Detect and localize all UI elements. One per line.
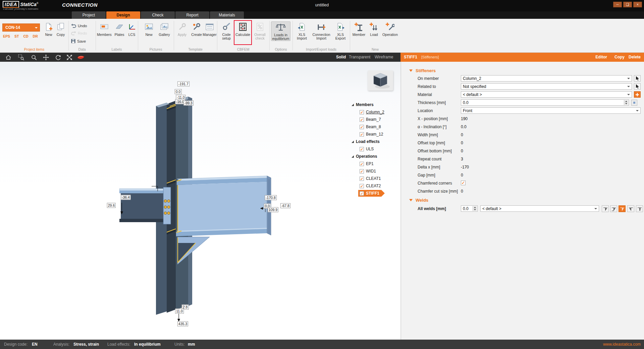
delta-x-input[interactable]: -170 bbox=[461, 165, 469, 169]
gap-input[interactable]: 0 bbox=[461, 173, 463, 178]
weld-type-1-button[interactable] bbox=[602, 205, 609, 212]
website-link[interactable]: www.ideastatica.com bbox=[603, 340, 641, 349]
tree-item-beam-7[interactable]: ✓Beam_7 bbox=[360, 116, 381, 123]
labels-plates-button[interactable]: Plates bbox=[113, 21, 125, 37]
checkbox-checked-icon[interactable]: ✓ bbox=[360, 177, 364, 181]
offset-top-input[interactable]: 0 bbox=[461, 141, 463, 145]
checkbox-checked-icon[interactable]: ✓ bbox=[360, 184, 364, 188]
spinner-buttons[interactable] bbox=[624, 100, 628, 105]
highlight-brush-icon[interactable] bbox=[77, 54, 85, 60]
on-member-dropdown[interactable]: Column_2 bbox=[461, 75, 632, 82]
checkbox-checked-icon[interactable]: ✓ bbox=[360, 191, 364, 196]
material-dropdown[interactable]: < default > bbox=[461, 91, 632, 98]
tree-group-operations[interactable]: Operations bbox=[352, 153, 377, 160]
tab-design[interactable]: Design bbox=[106, 11, 140, 19]
all-welds-input[interactable]: 0.0 bbox=[461, 205, 478, 212]
undo-button[interactable]: Undo bbox=[71, 23, 87, 29]
zoom-window-icon[interactable] bbox=[17, 54, 25, 60]
redo-button[interactable]: Redo bbox=[71, 30, 87, 36]
tab-materials[interactable]: Materials bbox=[210, 11, 244, 19]
type-st-toggle[interactable]: ST bbox=[14, 34, 19, 38]
weld-type-4-button[interactable] bbox=[627, 205, 634, 212]
spinner-buttons[interactable] bbox=[473, 206, 477, 211]
maximize-button[interactable]: ❑ bbox=[623, 2, 632, 7]
delete-operation-button[interactable]: Delete bbox=[629, 55, 641, 59]
weld-type-5-button[interactable] bbox=[636, 205, 643, 212]
new-operation-button[interactable]: Operation bbox=[381, 21, 399, 37]
overall-check-button[interactable]: Overall check bbox=[252, 21, 268, 40]
pan-icon[interactable] bbox=[42, 54, 50, 60]
x-position-input[interactable]: 190 bbox=[461, 116, 468, 121]
zoom-all-icon[interactable] bbox=[66, 54, 73, 60]
chamfer-cut-size-input[interactable]: 0 bbox=[461, 189, 463, 194]
checkbox-checked-icon[interactable]: ✓ bbox=[360, 117, 364, 122]
checkbox-checked-icon[interactable]: ✓ bbox=[360, 110, 364, 114]
project-item-combo[interactable]: CON-14 bbox=[2, 23, 40, 32]
tab-report[interactable]: Report bbox=[175, 11, 209, 19]
new-load-button[interactable]: Load bbox=[368, 21, 380, 37]
minimize-button[interactable]: ─ bbox=[613, 2, 622, 7]
picture-new-button[interactable]: New bbox=[142, 21, 156, 37]
template-create-button[interactable]: Create bbox=[190, 21, 204, 37]
tree-item-beam-8[interactable]: ✓Beam_8 bbox=[360, 123, 381, 130]
weld-type-2-button[interactable] bbox=[610, 205, 617, 212]
tree-group-load-effects[interactable]: Load effects bbox=[352, 138, 380, 145]
related-to-dropdown[interactable]: Not specified bbox=[461, 83, 632, 90]
tree-item-cleat1[interactable]: ✓CLEAT1 bbox=[360, 175, 381, 182]
new-member-button[interactable]: Member bbox=[351, 21, 367, 37]
checkbox-checked-icon[interactable]: ✓ bbox=[360, 147, 364, 151]
width-input[interactable]: 0 bbox=[461, 133, 463, 137]
view-mode-solid[interactable]: Solid bbox=[336, 53, 346, 62]
checkbox-checked-icon[interactable]: ✓ bbox=[360, 169, 364, 173]
type-dr-toggle[interactable]: DR bbox=[33, 34, 38, 38]
picture-gallery-button[interactable]: Gallery bbox=[157, 21, 172, 37]
add-material-button[interactable] bbox=[634, 91, 641, 98]
tree-item-cleat2[interactable]: ✓CLEAT2 bbox=[360, 183, 381, 189]
tab-check[interactable]: Check bbox=[141, 11, 175, 19]
inclination-input[interactable]: 0.0 bbox=[461, 124, 467, 129]
thickness-input[interactable]: 0.0 bbox=[461, 99, 629, 106]
section-stiffeners[interactable]: Stiffeners bbox=[401, 67, 436, 74]
section-welds[interactable]: Welds bbox=[401, 197, 428, 203]
home-view-icon[interactable] bbox=[5, 54, 12, 60]
labels-members-button[interactable]: Members bbox=[97, 21, 112, 37]
new-project-item-button[interactable]: New bbox=[43, 21, 54, 37]
repeat-count-input[interactable]: 3 bbox=[461, 157, 463, 161]
editor-button[interactable]: Editor bbox=[595, 55, 607, 59]
3d-viewport[interactable]: -191.7 0.0 -11.0 -16.0 -99.3 -36.4 29.6 … bbox=[0, 62, 400, 340]
location-dropdown[interactable]: Front bbox=[461, 107, 641, 114]
tab-project[interactable]: Project bbox=[72, 11, 106, 19]
offset-bottom-input[interactable]: 0 bbox=[461, 149, 463, 153]
rotate-view-icon[interactable] bbox=[54, 54, 62, 60]
code-setup-button[interactable]: Code setup bbox=[219, 21, 234, 40]
thickness-aux-button[interactable] bbox=[631, 100, 637, 106]
xls-export-button[interactable]: XLS Export bbox=[333, 21, 348, 40]
checkbox-checked-icon[interactable]: ✓ bbox=[360, 162, 364, 166]
loads-in-equilibrium-toggle[interactable]: Loads in equilibrium bbox=[271, 21, 290, 41]
tree-item-beam-12[interactable]: ✓Beam_12 bbox=[360, 131, 383, 138]
orientation-cube[interactable] bbox=[368, 70, 393, 91]
3d-scene[interactable] bbox=[0, 62, 400, 340]
tree-item-wid1[interactable]: ✓WID1 bbox=[360, 168, 376, 174]
copy-operation-button[interactable]: Copy bbox=[614, 55, 625, 59]
weld-type-3-button[interactable] bbox=[619, 205, 626, 212]
close-button[interactable]: × bbox=[633, 2, 642, 7]
tree-item-stiff1-selected[interactable]: ✓STIFF1 bbox=[358, 190, 381, 197]
tree-item-uls[interactable]: ✓ULS bbox=[360, 146, 374, 152]
xls-import-button[interactable]: XLS Import bbox=[294, 21, 310, 40]
labels-lcs-button[interactable]: LCS bbox=[127, 21, 137, 37]
template-apply-button[interactable]: Apply bbox=[175, 21, 189, 37]
calculate-button[interactable]: Calculate bbox=[235, 21, 251, 37]
connection-import-button[interactable]: Connection Import bbox=[311, 21, 332, 40]
type-eps-toggle[interactable]: EPS bbox=[3, 34, 10, 38]
view-mode-wireframe[interactable]: Wireframe bbox=[375, 53, 393, 62]
pick-related-button[interactable] bbox=[634, 83, 641, 90]
template-manager-button[interactable]: Manager bbox=[203, 21, 217, 37]
checkbox-checked-icon[interactable]: ✓ bbox=[360, 132, 364, 137]
pick-member-button[interactable] bbox=[634, 75, 641, 82]
type-cd-toggle[interactable]: CD bbox=[23, 34, 28, 38]
tree-item-ep1[interactable]: ✓EP1 bbox=[360, 160, 374, 167]
checkbox-checked-icon[interactable]: ✓ bbox=[360, 125, 364, 129]
zoom-icon[interactable] bbox=[30, 54, 38, 60]
tree-group-members[interactable]: Members bbox=[352, 101, 374, 108]
